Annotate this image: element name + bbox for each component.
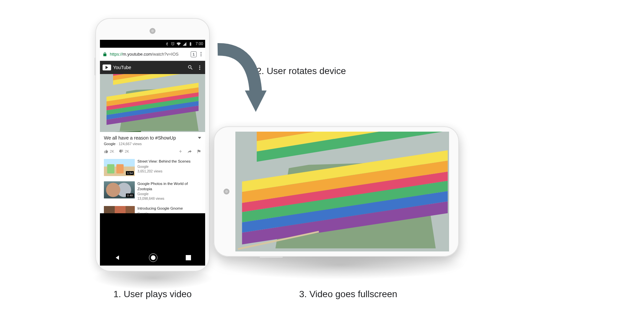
video-meta: We all have a reason to #ShowUp Google ·… [100,132,205,156]
alarm-icon [171,42,175,46]
related-thumbnail [104,206,135,213]
battery-icon [188,42,193,46]
nav-recents-icon[interactable] [186,255,191,260]
duration-badge: 0:48 [126,194,134,197]
bluetooth-icon [165,42,169,46]
svg-marker-0 [245,90,267,112]
related-channel: Google [137,192,201,196]
video-player[interactable] [100,74,205,132]
browser-menu-icon[interactable] [198,50,204,58]
related-channel: Google [137,164,191,169]
related-views: 13,098,648 views [137,196,201,201]
phone-side-button [260,257,283,258]
phone-portrait-screen: 7:00 https://m.youtube.com/watch?v=IOS 1… [100,40,205,266]
lock-icon [103,52,107,57]
tabs-button[interactable]: 1 [191,51,197,57]
flag-icon[interactable] [197,149,201,154]
phone-landscape-frame [214,126,459,257]
phone-landscape-screen[interactable] [235,132,449,251]
youtube-play-icon [103,65,111,70]
search-icon[interactable] [187,65,193,70]
related-thumbnail: 1:54 [104,159,135,176]
related-item[interactable]: Introducing Google Gnome Google [100,203,205,213]
rotate-arrow-icon [210,43,276,115]
thumbs-down-icon [119,149,123,154]
related-views: 3,651,202 views [137,169,191,173]
channel-name[interactable]: Google [104,142,115,146]
step-1-caption: 1. User plays video [113,289,192,299]
related-title: Introducing Google Gnome [137,206,183,211]
signal-icon [182,42,187,46]
related-channel: Google [137,211,183,213]
phone-portrait-frame: 7:00 https://m.youtube.com/watch?v=IOS 1… [95,18,210,271]
like-button[interactable]: 2K [104,149,114,154]
android-nav-bar [100,250,205,266]
youtube-logo[interactable]: YouTube [103,65,131,70]
step-3-caption: 3. Video goes fullscreen [299,289,397,299]
share-icon[interactable] [187,149,192,154]
nav-back-icon[interactable] [114,254,121,261]
related-title: Google Photos in the World of Zootopia [137,181,201,192]
duration-badge: 1:54 [126,171,134,175]
expand-description-icon[interactable] [198,137,201,139]
browser-omnibox[interactable]: https://m.youtube.com/watch?v=IOS 1 [100,48,205,61]
related-title: Street View: Behind the Scenes [137,159,191,164]
phone-side-button [94,58,95,75]
related-item[interactable]: 0:48 Google Photos in the World of Zooto… [100,179,205,203]
nav-home-icon[interactable] [149,253,157,262]
related-videos-list: 1:54 Street View: Behind the Scenes Goog… [100,156,205,213]
url-text: https://m.youtube.com/watch?v=IOS [110,52,189,57]
thumbs-up-icon [104,149,108,154]
dislike-button[interactable]: 2K [119,149,129,154]
phone-speaker [150,28,155,34]
add-to-icon[interactable] [178,149,183,154]
view-count: 124,667 views [119,142,142,146]
youtube-brand-text: YouTube [113,65,131,70]
status-time: 7:00 [196,41,203,46]
android-status-bar: 7:00 [100,40,205,48]
related-item[interactable]: 1:54 Street View: Behind the Scenes Goog… [100,156,205,179]
youtube-menu-icon[interactable] [197,64,203,71]
video-title: We all have a reason to #ShowUp [104,135,195,141]
wifi-icon [177,42,181,46]
youtube-header: YouTube [100,61,205,74]
phone-speaker [224,189,229,194]
related-thumbnail: 0:48 [104,181,135,198]
